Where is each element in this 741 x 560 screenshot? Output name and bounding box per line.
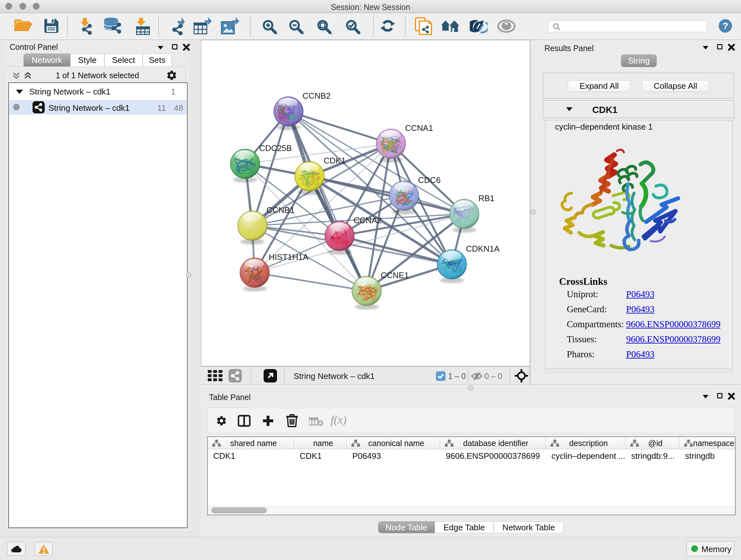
svg-text:CDK1: CDK1 bbox=[324, 156, 346, 165]
svg-text:HIST1H1A: HIST1H1A bbox=[269, 252, 309, 262]
svg-text:CCNB2: CCNB2 bbox=[302, 91, 331, 101]
svg-text:CCNB1: CCNB1 bbox=[266, 205, 294, 215]
svg-text:CCNE1: CCNE1 bbox=[381, 270, 409, 280]
svg-text:CCNA1: CCNA1 bbox=[405, 123, 433, 133]
svg-text:CDKN1A: CDKN1A bbox=[466, 244, 500, 253]
svg-text:RB1: RB1 bbox=[478, 193, 495, 203]
svg-text:CDC25B: CDC25B bbox=[259, 143, 292, 153]
svg-text:CCNA2: CCNA2 bbox=[354, 215, 382, 225]
svg-text:CDC6: CDC6 bbox=[418, 175, 441, 185]
